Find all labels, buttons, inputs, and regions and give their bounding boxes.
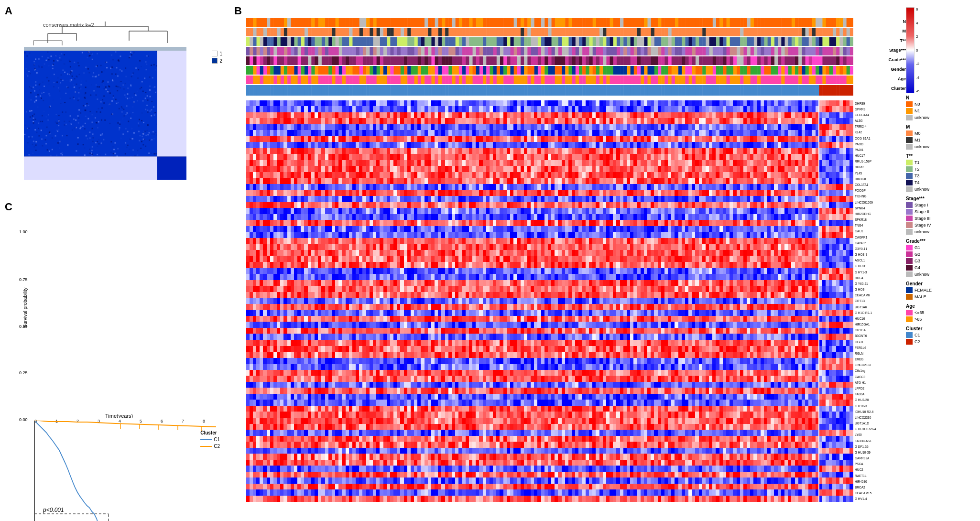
gene-label: G HU2F [855,264,888,268]
legend-T: T** T1 T2 T3 T4 unknow [906,153,978,192]
legend-T-T4-label: T4 [915,180,920,185]
gene-label: CAGFR1 [855,236,888,239]
gene-label: HUC16 [855,317,888,320]
track-Grade-canvas [246,56,853,65]
panel-a-legend: 1 2 [212,51,222,65]
legend-T-unknow: unknow [906,186,978,192]
legend-Gender-male-box [906,294,913,300]
color-scale-container: 6 4 2 0 -2 -4 -6 [906,7,978,93]
legend-N-unknow: unknow [906,115,978,120]
legend-M-title: M [906,124,978,130]
legend-T-T2-label: T2 [915,167,920,172]
legend-Grade-G1-label: G1 [915,245,920,250]
legend-Grade-G2-box [906,251,913,257]
gene-label: FAB3A [855,392,888,396]
legend-Stage-III-box [906,216,913,221]
legend-T-T4: T4 [906,180,978,185]
gene-label: G DF1-36 [855,445,888,448]
legend-Cluster-C1-box [906,332,913,338]
track-M: M [246,28,853,36]
legend-Grade-unknow-box [906,271,913,277]
gene-label: FOCGF [855,189,888,192]
track-T: T** [246,37,853,46]
legend-M-M1-label: M1 [915,138,921,142]
gene-label: G HV1-4 [855,497,888,500]
legend-T-unknow-box [906,186,913,192]
consensus-heatmap [24,51,186,180]
track-Age: Age [246,76,853,84]
gene-label: UGT1A1D [855,422,888,425]
legend-Cluster-C2-box [906,339,913,345]
legend-Grade-G2-label: G2 [915,252,920,257]
km-legend: Cluster C1 C2 [200,430,220,449]
legend-Grade-G1-box [906,245,913,250]
annotation-tracks: N M T** Stage*** Grade*** Gender [246,18,853,97]
gene-label: G HU1O R22-4 [855,427,888,431]
legend-T-T4-box [906,180,913,185]
legend-Age-title: Age [906,304,978,309]
track-Cluster: Cluster [246,85,853,96]
gene-label: SPKR18 [855,218,888,221]
panel-a: consensus matrix k=2 1 2 [5,5,225,196]
legend-Gender-female-label: FEMALE [915,288,932,293]
color-scale-labels: 6 4 2 0 -2 -4 -6 [916,7,919,93]
gene-label: B3GNT6 [855,334,888,337]
track-T-label: T** [900,38,906,43]
scale-label-2: 2 [916,34,919,39]
legend-N: N N0 N1 unknow [906,95,978,120]
legend-Grade-G2: G2 [906,251,978,257]
gene-label: G HO3- [855,288,888,291]
gene-label: ATG H1 [855,381,888,384]
legend-T-T2: T2 [906,166,978,172]
gene-label: CAGC9 [855,375,888,379]
legend-Gender-female-box [906,287,913,293]
legend-Stage: Stage*** Stage I Stage II Stage III Stag… [906,196,978,235]
gene-label: RAET1L [855,474,888,478]
gene-label: G HY1-3 [855,271,888,274]
gene-label: HUC4 [855,276,888,280]
gene-label: FAB3N-AS1 [855,439,888,443]
gene-label: CEACAM15 [855,491,888,495]
placeholder [28,416,33,421]
km-x-label-text: Time(years) [105,413,133,418]
legend-Grade-G4: G4 [906,265,978,271]
legend-Age: Age <=65 >65 [906,304,978,322]
scale-label-neg2: -2 [916,62,919,66]
gene-label: LINCO01509 [855,201,888,204]
legend-N-unknow-box [906,115,913,120]
gene-label: EREG [855,358,888,361]
gene-label: LINCO2330 [855,416,888,419]
legend-N-N1-label: N1 [915,109,920,113]
legend-M-M0: M0 [906,130,978,136]
legend-Stage-I-label: Stage I [915,203,928,207]
km-x-label-svg: Time(years) [33,413,215,418]
gene-label: AGCL1 [855,259,888,262]
gene-label: DHRR [855,165,888,169]
track-N: N [246,18,853,27]
km-y-label: Survival probability [22,290,28,328]
km-legend-c1: C1 [200,437,220,442]
track-N-canvas [246,18,853,27]
km-legend-c2: C2 [200,444,220,449]
legend-M-unknow: unknow [906,144,978,150]
legend-N-title: N [906,95,978,100]
gene-label: FER1L6 [855,346,888,349]
legend-Gender: Gender FEMALE MALE [906,281,978,300]
gene-label: IGHU10 R2-6 [855,410,888,413]
track-Stage: Stage*** [246,47,853,55]
track-Gender: Gender [246,66,853,75]
legend-N-N0-box [906,101,913,107]
main-heatmap [246,100,853,502]
gene-label: HIR15GA1 [855,323,888,326]
legend-Gender-male: MALE [906,294,978,300]
gene-label: G HU10-39 [855,451,888,454]
legend-Grade-G4-label: G4 [915,265,920,270]
gene-label: UGT1A6 [855,305,888,309]
gene-label: LINCO2132 [855,363,888,367]
legend-Grade-G4-box [906,265,913,271]
track-Gender-canvas [246,66,853,75]
legend-Stage-II: Stage II [906,209,978,215]
legend-Grade-G3-box [906,258,913,264]
legend-N-N1-box [906,108,913,114]
legend-M-M0-box [906,130,913,136]
